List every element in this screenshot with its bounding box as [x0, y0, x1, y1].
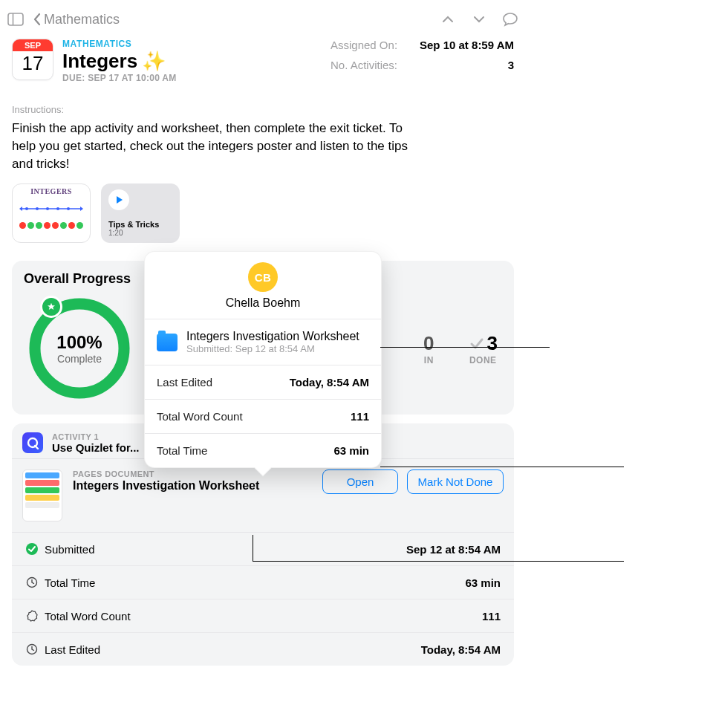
back-label: Mathematics [44, 12, 120, 27]
svg-point-7 [67, 207, 70, 210]
attachment-row: INTEGERS Tips & Tricks 1:20 [0, 173, 526, 256]
nav-bar: Mathematics [0, 4, 526, 34]
mark-not-done-button[interactable]: Mark Not Done [407, 469, 504, 494]
assignment-header: SEP 17 MATHEMATICS Integers ✨ DUE: SEP 1… [0, 34, 526, 91]
callout-line [380, 467, 624, 467]
svg-marker-8 [117, 196, 123, 204]
stat-done: 3 DONE [469, 332, 498, 365]
star-badge-icon [40, 296, 62, 318]
detail-last-edited: Last Edited Today, 8:54 AM [12, 633, 514, 666]
svg-rect-0 [8, 13, 23, 25]
popover-doc-title: Integers Investigation Worksheet [186, 330, 359, 343]
clock-icon [25, 643, 39, 656]
instructions-text: Finish the app activity and worksheet, t… [12, 120, 428, 173]
assignment-meta: Assigned On: Sep 10 at 8:59 AM No. Activ… [331, 39, 514, 71]
callout-line [380, 347, 550, 348]
sparkle-icon: ✨ [142, 51, 166, 71]
quizlet-app-icon [22, 432, 43, 453]
poster-attachment[interactable]: INTEGERS [12, 183, 91, 243]
doc-thumbnail-icon [22, 469, 62, 521]
activities-value: 3 [420, 59, 514, 71]
due-date: DUE: SEP 17 AT 10:00 AM [62, 73, 322, 83]
chevron-up-icon[interactable] [440, 11, 456, 27]
svg-line-13 [35, 446, 38, 449]
stat-in: 0 IN [423, 332, 434, 365]
svg-point-5 [46, 207, 49, 210]
popover-row-word-count: Total Word Count 111 [145, 400, 381, 434]
activity-title: Use Quizlet for... [52, 441, 140, 454]
activities-label: No. Activities: [331, 59, 420, 71]
open-button[interactable]: Open [322, 469, 398, 494]
progress-complete-label: Complete [57, 353, 102, 365]
assigned-on-label: Assigned On: [331, 39, 420, 51]
svg-point-14 [26, 543, 38, 555]
popover-doc-sub: Submitted: Sep 12 at 8:54 AM [186, 343, 359, 354]
svg-marker-9 [48, 303, 55, 310]
media-title: Tips & Tricks [108, 220, 172, 229]
student-popover: CB Chella Boehm Integers Investigation W… [144, 251, 382, 468]
subject-label: MATHEMATICS [62, 39, 322, 49]
student-name: Chella Boehm [226, 296, 301, 310]
sidebar-icon[interactable] [7, 11, 24, 27]
avatar: CB [248, 262, 278, 292]
calendar-month: SEP [13, 39, 53, 51]
clock-icon [25, 576, 39, 589]
media-duration: 1:20 [108, 229, 172, 237]
progress-ring: 100% Complete [24, 293, 135, 404]
back-button[interactable]: Mathematics [33, 12, 120, 27]
calendar-day: 17 [22, 51, 44, 75]
activity-label: ACTIVITY 1 [52, 432, 140, 441]
folder-icon [157, 334, 178, 351]
progress-percent: 100% [56, 332, 102, 353]
assigned-on-value: Sep 10 at 8:59 AM [420, 39, 514, 51]
badge-icon [25, 609, 39, 623]
check-circle-icon [25, 542, 39, 556]
checkmark-icon [469, 335, 485, 351]
media-attachment[interactable]: Tips & Tricks 1:20 [101, 183, 180, 243]
popover-document[interactable]: Integers Investigation Worksheet Submitt… [145, 319, 381, 365]
calendar-icon: SEP 17 [12, 39, 53, 80]
chevron-down-icon[interactable] [471, 11, 487, 27]
chevron-left-icon [33, 13, 41, 26]
instructions-label: Instructions: [12, 104, 514, 115]
svg-point-3 [25, 207, 28, 210]
popover-row-total-time: Total Time 63 min [145, 434, 381, 467]
popover-row-last-edited: Last Edited Today, 8:54 AM [145, 365, 381, 400]
detail-total-time: Total Time 63 min [12, 566, 514, 599]
detail-word-count: Total Word Count 111 [12, 599, 514, 633]
page-title: Integers ✨ [62, 51, 322, 71]
activity-details: Submitted Sep 12 at 8:54 AM Total Time 6… [12, 532, 514, 666]
callout-line [253, 535, 253, 561]
svg-point-6 [56, 207, 59, 210]
svg-point-4 [36, 207, 39, 210]
callout-line [253, 561, 624, 562]
play-icon [108, 189, 129, 210]
doc-title: Integers Investigation Worksheet [73, 479, 312, 493]
chat-icon[interactable] [502, 11, 518, 27]
doc-type-label: PAGES DOCUMENT [73, 469, 312, 478]
